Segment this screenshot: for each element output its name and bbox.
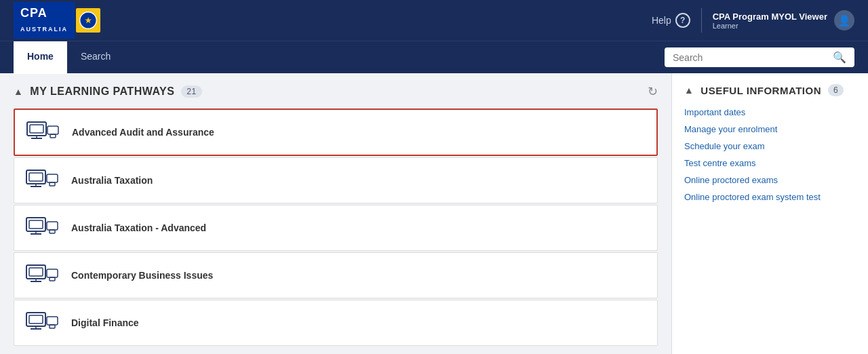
info-collapse-icon[interactable]: ▲ (684, 85, 694, 96)
svg-rect-31 (50, 325, 55, 328)
svg-rect-4 (47, 126, 58, 134)
help-button[interactable]: Help ? (652, 13, 690, 28)
info-link-0[interactable]: Important dates (684, 107, 856, 117)
item-label: Advanced Audit and Assurance (72, 127, 214, 138)
learning-item[interactable]: Contemporary Business Issues (14, 252, 658, 298)
svg-rect-15 (29, 220, 43, 229)
info-link-3[interactable]: Test centre exams (684, 158, 856, 168)
svg-rect-16 (47, 222, 58, 230)
help-icon: ? (675, 13, 690, 28)
right-panel: ▲ USEFUL INFORMATION 6 Important dates M… (671, 73, 868, 354)
section-title: ▲ MY LEARNING PATHWAYS 21 (14, 85, 202, 98)
svg-rect-3 (30, 125, 43, 133)
avatar[interactable]: 👤 (834, 10, 854, 31)
nav-search[interactable]: Search (67, 41, 124, 74)
learning-item[interactable]: Advanced Audit and Assurance (14, 109, 658, 156)
logo[interactable]: CPAAUSTRALIA ★ (14, 2, 100, 39)
svg-rect-13 (50, 182, 55, 186)
course-icon (25, 215, 60, 241)
svg-text:★: ★ (85, 16, 92, 24)
course-icon (26, 119, 61, 145)
learning-item[interactable]: Digital Finance (14, 300, 658, 346)
svg-rect-25 (50, 277, 55, 281)
svg-rect-27 (29, 315, 43, 323)
info-link-1[interactable]: Manage your enrolment (684, 124, 856, 134)
search-box[interactable]: 🔍 (665, 47, 854, 67)
collapse-icon[interactable]: ▲ (14, 86, 23, 97)
item-label: Digital Finance (71, 317, 139, 328)
logo-cpa-text: CPAAUSTRALIA (14, 2, 75, 39)
nav-items: Home Search (14, 41, 124, 74)
pathway-count: 21 (181, 85, 201, 98)
course-icon (25, 168, 60, 193)
logo-area: CPAAUSTRALIA ★ (14, 2, 100, 39)
main-content: ▲ MY LEARNING PATHWAYS 21 ↻ Advanced Aud… (0, 73, 868, 354)
search-input[interactable] (673, 52, 827, 63)
header: CPAAUSTRALIA ★ Help ? CPA Program MYOL V… (0, 0, 868, 41)
info-title: USEFUL INFORMATION (701, 85, 821, 96)
search-icon[interactable]: 🔍 (833, 51, 846, 64)
help-label: Help (652, 15, 671, 26)
item-label: Contemporary Business Issues (71, 270, 213, 281)
header-right: Help ? CPA Program MYOL Viewer Learner 👤 (652, 8, 854, 33)
svg-rect-19 (50, 230, 55, 233)
svg-rect-10 (47, 174, 58, 182)
info-header: ▲ USEFUL INFORMATION 6 (684, 84, 856, 96)
info-count: 6 (828, 84, 844, 96)
info-link-5[interactable]: Online proctored exam system test (684, 192, 856, 202)
user-role: Learner (713, 22, 827, 30)
section-header: ▲ MY LEARNING PATHWAYS 21 ↻ (14, 84, 658, 99)
left-panel: ▲ MY LEARNING PATHWAYS 21 ↻ Advanced Aud… (0, 73, 671, 354)
svg-rect-21 (29, 268, 43, 276)
refresh-icon[interactable]: ↻ (648, 84, 658, 99)
learning-item[interactable]: Australia Taxation - Advanced (14, 205, 658, 251)
nav-home[interactable]: Home (14, 41, 67, 74)
learning-item[interactable]: Australia Taxation (14, 157, 658, 203)
user-info: CPA Program MYOL Viewer Learner 👤 (713, 10, 854, 31)
course-icon (25, 310, 60, 336)
item-label: Australia Taxation - Advanced (71, 222, 206, 233)
app-title: CPA Program MYOL Viewer (713, 12, 827, 22)
navbar: Home Search 🔍 (0, 41, 868, 73)
course-icon (25, 262, 60, 288)
svg-rect-28 (47, 317, 58, 325)
section-title-text: MY LEARNING PATHWAYS (30, 85, 174, 98)
header-divider (701, 8, 702, 33)
svg-rect-9 (29, 173, 43, 181)
info-link-4[interactable]: Online proctored exams (684, 175, 856, 185)
item-label: Australia Taxation (71, 175, 153, 186)
logo-badge: ★ (76, 8, 100, 33)
svg-rect-7 (50, 134, 56, 138)
info-link-2[interactable]: Schedule your exam (684, 141, 856, 151)
svg-rect-22 (47, 269, 58, 277)
